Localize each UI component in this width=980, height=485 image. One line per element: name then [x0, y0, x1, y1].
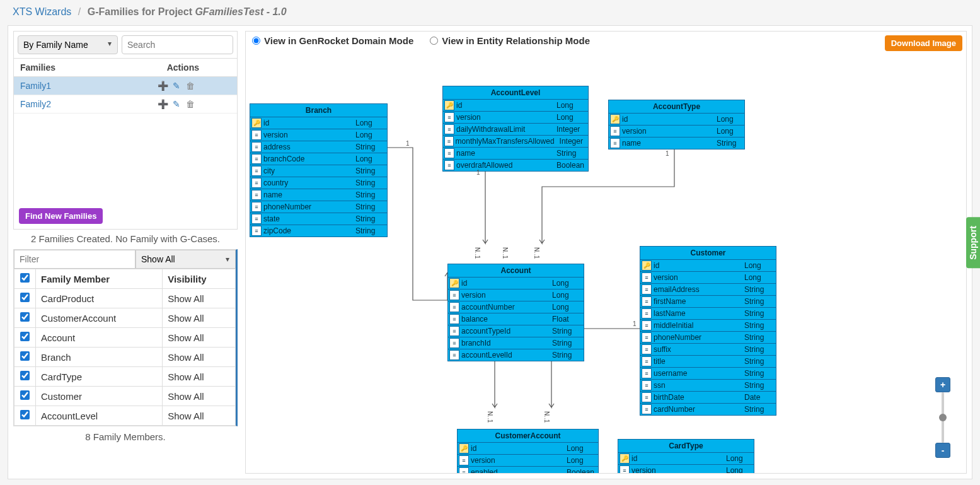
- field-name: middleInitial: [654, 320, 742, 331]
- visibility-select[interactable]: Show All: [135, 250, 236, 269]
- trash-icon[interactable]: 🗑: [185, 81, 195, 91]
- field-icon: ≡: [620, 465, 630, 474]
- member-visibility: Show All: [163, 406, 236, 426]
- view-domain-radio[interactable]: View in GenRocket Domain Mode: [252, 35, 413, 46]
- entity-field: 🔑idLong: [609, 113, 744, 125]
- member-checkbox[interactable]: [20, 410, 30, 419]
- entity-field: ≡birthDateDate: [640, 391, 776, 403]
- edit-icon[interactable]: ✎: [171, 81, 182, 91]
- field-icon: ≡: [449, 314, 459, 324]
- entity-title: CardType: [618, 440, 754, 452]
- entity-accountlevel[interactable]: AccountLevel 🔑idLong≡versionLong≡dailyWi…: [442, 86, 589, 172]
- zoom-out-button[interactable]: -: [935, 443, 950, 458]
- field-type: String: [353, 213, 387, 225]
- add-icon[interactable]: ➕: [158, 99, 168, 109]
- download-image-button[interactable]: Download Image: [885, 35, 962, 51]
- zoom-controls: + -: [935, 377, 951, 458]
- field-icon: ≡: [449, 326, 459, 336]
- field-name: version: [471, 455, 564, 466]
- member-row: CustomerAccountShow All: [14, 308, 236, 328]
- entity-accounttype[interactable]: AccountType 🔑idLong≡versionLong≡nameStri…: [608, 100, 745, 149]
- field-icon: ≡: [642, 404, 652, 414]
- field-icon: ≡: [459, 467, 469, 474]
- view-er-radio[interactable]: View in Entity Relationship Mode: [430, 35, 590, 46]
- sort-select[interactable]: By Family Name: [18, 35, 118, 54]
- member-row: CardTypeShow All: [14, 367, 236, 387]
- field-type: String: [353, 165, 387, 177]
- field-type: String: [742, 320, 776, 331]
- entity-field: ≡versionLong: [640, 271, 776, 283]
- entity-account[interactable]: Account 🔑idLong≡versionLong≡accountNumbe…: [447, 264, 584, 361]
- entity-field: ≡nameString: [250, 189, 387, 201]
- field-type: String: [742, 356, 776, 367]
- field-type: String: [353, 201, 387, 213]
- member-filter-input[interactable]: [14, 250, 135, 269]
- entity-field: ≡versionLong: [618, 464, 754, 474]
- field-icon: ≡: [444, 136, 454, 146]
- field-type: Long: [353, 129, 387, 141]
- entity-customeraccount[interactable]: CustomerAccount 🔑idLong≡versionLong≡enab…: [457, 429, 599, 474]
- family-search-input[interactable]: [122, 35, 233, 54]
- entity-field: ≡enabledBoolean: [458, 466, 598, 474]
- entity-title: Account: [448, 264, 584, 277]
- field-name: name: [263, 189, 353, 201]
- entity-field: ≡phoneNumberString: [250, 201, 387, 213]
- field-name: version: [461, 289, 550, 301]
- field-type: Date: [742, 392, 776, 403]
- field-name: version: [654, 272, 742, 283]
- entity-field: ≡addressString: [250, 141, 387, 153]
- field-name: version: [622, 126, 714, 137]
- member-checkbox[interactable]: [20, 371, 30, 380]
- entity-customer[interactable]: Customer 🔑idLong≡versionLong≡emailAddres…: [640, 246, 776, 416]
- field-icon: ≡: [642, 392, 652, 402]
- breadcrumb-link[interactable]: XTS Wizards: [13, 6, 71, 17]
- entity-field: ≡stateString: [250, 213, 387, 225]
- field-icon: ≡: [642, 308, 652, 318]
- cardinality-label: N..1: [487, 411, 493, 423]
- cardinality-label: 1: [633, 320, 637, 327]
- entity-field: ≡nameString: [609, 137, 744, 149]
- support-tab[interactable]: Support: [966, 217, 980, 269]
- member-checkbox[interactable]: [20, 390, 30, 400]
- field-icon: ≡: [251, 154, 262, 164]
- trash-icon[interactable]: 🗑: [185, 99, 195, 109]
- field-icon: ≡: [251, 130, 262, 140]
- member-checkbox[interactable]: [20, 312, 30, 322]
- field-name: username: [654, 368, 742, 379]
- family-link[interactable]: Family1: [20, 81, 51, 91]
- zoom-in-button[interactable]: +: [935, 377, 950, 392]
- entity-field: ≡firstNameString: [640, 295, 776, 307]
- field-name: firstName: [654, 296, 742, 307]
- field-name: birthDate: [654, 392, 742, 403]
- entity-field: 🔑idLong: [448, 277, 584, 289]
- entity-cardtype[interactable]: CardType 🔑idLong≡versionLong≡nameString: [618, 439, 754, 474]
- entity-field: ≡versionLong: [458, 454, 598, 466]
- field-type: String: [554, 148, 588, 159]
- member-checkbox[interactable]: [20, 293, 30, 302]
- field-icon: ≡: [459, 455, 469, 465]
- field-type: String: [714, 137, 744, 149]
- entity-title: AccountType: [609, 100, 744, 113]
- edit-icon[interactable]: ✎: [171, 99, 182, 109]
- add-icon[interactable]: ➕: [158, 81, 168, 91]
- entity-field: ≡versionLong: [443, 111, 588, 123]
- entity-field: ≡accountLevelIdString: [448, 349, 584, 361]
- field-name: version: [263, 129, 353, 141]
- family-link[interactable]: Family2: [20, 99, 51, 109]
- field-type: String: [550, 337, 584, 349]
- member-checkbox[interactable]: [20, 351, 30, 361]
- breadcrumb-current: G-Families for Project GFamiliesTest - 1…: [88, 6, 287, 17]
- member-name: Branch: [36, 348, 163, 367]
- members-footer: 8 Family Members.: [13, 426, 238, 445]
- zoom-slider[interactable]: [942, 392, 944, 443]
- actions-header: Actions: [129, 59, 237, 77]
- member-checkbox[interactable]: [20, 332, 30, 341]
- entity-branch[interactable]: Branch 🔑idLong≡versionLong≡addressString…: [250, 103, 388, 237]
- family-row[interactable]: Family1 ➕ ✎ 🗑: [14, 77, 237, 95]
- select-all-checkbox[interactable]: [20, 273, 30, 283]
- find-families-button[interactable]: Find New Families: [19, 208, 103, 224]
- field-name: balance: [461, 313, 550, 325]
- family-row[interactable]: Family2 ➕ ✎ 🗑: [14, 95, 237, 114]
- entity-field: ≡accountNumberLong: [448, 301, 584, 313]
- field-type: String: [742, 380, 776, 391]
